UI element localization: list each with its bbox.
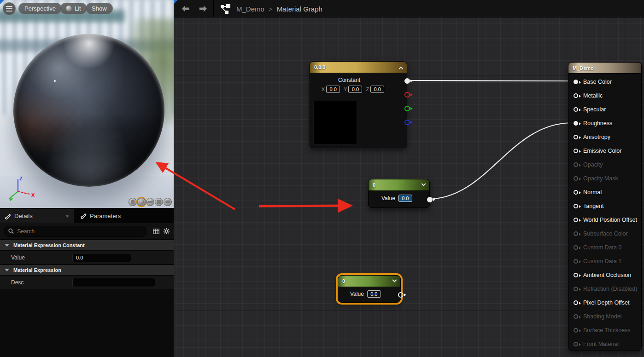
desc-property-row: Desc [0,275,174,289]
lit-mode-button[interactable]: Lit [60,3,87,14]
material-pin-row[interactable]: Shading Model [568,310,641,323]
material-pin-row[interactable]: Custom Data 1 [568,254,641,268]
pin-icon[interactable] [574,218,578,222]
scalar-output-pin[interactable] [427,197,433,202]
pin-icon[interactable] [574,162,578,167]
axis-gizmo: Z X [6,174,39,206]
desc-property-input[interactable] [72,278,155,287]
section-material-expression-constant[interactable]: Material Expression Constant [0,239,174,250]
parameters-icon [80,213,87,219]
expand-chevron-icon[interactable] [422,181,426,186]
value-property-input[interactable] [72,253,131,262]
breadcrumb-asset[interactable]: M_Demo [236,5,264,13]
pin-icon[interactable] [574,121,578,126]
preview-viewport[interactable]: Perspective Lit Show Z X [0,0,174,208]
preview-shape-toolbar [129,198,172,206]
expand-chevron-icon[interactable] [392,277,397,282]
node-scalar-header[interactable]: 0 [369,179,429,191]
pin-icon[interactable] [574,314,578,319]
material-pin-row[interactable]: Tangent [568,199,641,213]
pin-icon[interactable] [574,287,578,291]
tab-close-icon[interactable]: × [65,213,69,219]
node-scalar-selected[interactable]: 0 Value 0.0 [338,275,401,303]
tab-parameters[interactable]: Parameters [76,209,125,223]
material-pin-row[interactable]: Emissive Color [568,144,641,158]
node-constant-header[interactable]: 0,0,0 [310,62,407,73]
node-material-result[interactable]: M_Demo Base ColorMetallicSpecularRoughne… [568,62,642,351]
material-pin-row[interactable]: Opacity Mask [568,172,641,185]
material-pin-row[interactable]: Refraction (Disabled) [568,282,641,296]
pin-icon[interactable] [574,204,578,208]
node-scalar-selected-header[interactable]: 0 [338,276,400,287]
x-field[interactable]: 0.0 [326,86,340,93]
material-pin-row[interactable]: Normal [568,185,641,199]
preview-shape-sphere-button[interactable] [137,198,146,206]
viewport-menu-button[interactable] [3,2,16,15]
material-pin-row[interactable]: Ambient Occlusion [568,268,641,282]
preview-shape-teapot-button[interactable] [164,198,172,206]
section-title: Material Expression [13,267,61,273]
collapse-chevron-icon[interactable] [399,66,404,71]
preview-shape-plane-button[interactable] [146,198,154,206]
material-pin-row[interactable]: Specular [568,103,641,116]
preview-shape-cylinder-button[interactable] [129,198,137,206]
back-arrow-icon[interactable] [180,3,191,14]
node-constant[interactable]: 0,0,0 Constant X 0.0 Y 0.0 Z 0.0 [310,61,407,148]
z-field[interactable]: 0.0 [370,86,384,93]
pin-icon[interactable] [574,342,578,346]
material-pin-row[interactable]: Front Material [568,337,641,351]
settings-gear-icon[interactable] [163,227,170,235]
y-field[interactable]: 0.0 [348,86,362,93]
perspective-button[interactable]: Perspective [18,3,62,14]
scalar-value-field[interactable]: 0.0 [398,195,412,202]
material-pin-row[interactable]: Custom Data 0 [568,241,641,254]
pin-icon[interactable] [574,107,578,112]
constant-output-pin[interactable] [404,78,410,84]
material-pin-row[interactable]: Metallic [568,89,641,103]
pin-label: Pixel Depth Offset [583,299,630,306]
preview-shape-cube-button[interactable] [155,198,163,206]
node-scalar-connected[interactable]: 0 Value 0.0 [368,179,430,208]
material-pin-row[interactable]: Pixel Depth Offset [568,296,641,310]
section-expand-icon [5,244,9,247]
scalar-selected-value-field[interactable]: 0.0 [367,290,381,298]
material-pin-row[interactable]: Surface Thickness [568,323,641,337]
details-panel: Details × Parameters [0,208,174,357]
pin-icon[interactable] [574,300,578,305]
pin-icon[interactable] [574,245,578,250]
result-node-header[interactable]: M_Demo [568,63,641,74]
pin-icon[interactable] [574,273,578,277]
graph-hierarchy-icon[interactable] [220,4,231,15]
constant-b-pin[interactable] [404,120,410,125]
pin-icon[interactable] [574,190,578,195]
panel-focus-corner [0,0,4,4]
pin-icon[interactable] [574,176,578,181]
material-pin-row[interactable]: Anisotropy [568,130,641,144]
pin-label: Metallic [583,92,603,99]
section-material-expression[interactable]: Material Expression [0,264,174,275]
material-pin-row[interactable]: Subsurface Color [568,227,641,241]
pin-icon[interactable] [574,259,578,264]
material-pin-row[interactable]: Roughness [568,116,641,130]
pin-icon[interactable] [574,328,578,333]
pin-icon[interactable] [574,80,578,84]
forward-arrow-icon[interactable] [198,3,209,14]
material-pin-row[interactable]: World Position Offset [568,213,641,227]
lit-label: Lit [75,5,81,12]
pin-icon[interactable] [574,93,578,98]
search-input[interactable] [17,228,142,235]
constant-g-pin[interactable] [404,106,410,111]
constant-r-pin[interactable] [404,92,410,98]
search-box[interactable] [4,226,146,237]
scalar-selected-output-pin[interactable] [398,292,404,298]
pin-icon[interactable] [574,149,578,153]
teapot-icon [165,201,170,204]
pin-icon[interactable] [574,135,578,139]
pin-icon[interactable] [574,231,578,236]
breadcrumb: M_Demo > Material Graph [236,0,322,17]
tab-details[interactable]: Details × [0,209,74,223]
column-view-icon[interactable] [153,228,159,235]
show-button[interactable]: Show [86,3,113,14]
material-pin-row[interactable]: Opacity [568,158,641,172]
material-pin-row[interactable]: Base Color [568,75,641,89]
